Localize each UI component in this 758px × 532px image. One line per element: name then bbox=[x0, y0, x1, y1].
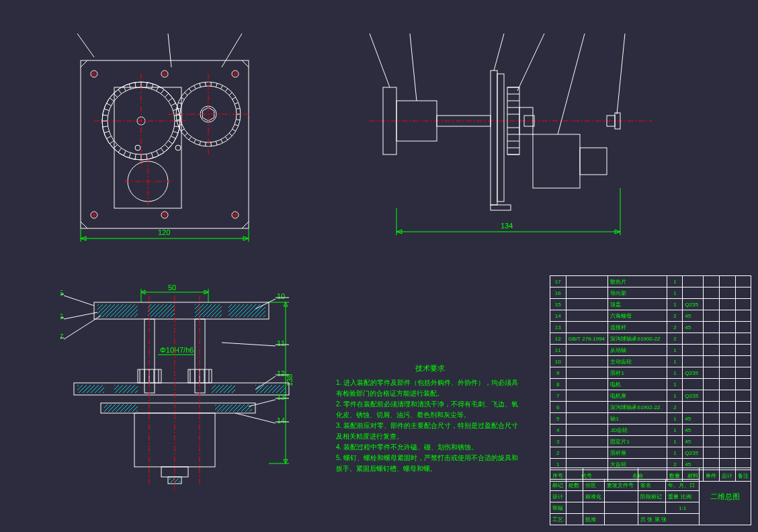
balloon-2: 2 bbox=[165, 34, 169, 35]
dim-134: 134 bbox=[501, 222, 513, 230]
bom-table: 17散热片116导向架115顶盖1Q23514六角螺母24513连接杆24512… bbox=[550, 275, 751, 482]
svg-rect-46 bbox=[104, 404, 138, 412]
svg-rect-22 bbox=[497, 74, 504, 202]
svg-rect-21 bbox=[491, 71, 497, 205]
svg-rect-40 bbox=[114, 385, 138, 393]
side-view: 134 4 5 6 7 8 9 bbox=[356, 34, 672, 255]
note-1: 1. 进入装配的零件及部件（包括外购件、外协件），均必须具有检验部门的合格证方能… bbox=[336, 378, 524, 399]
balloon-3: 3 bbox=[243, 34, 247, 35]
balloon-13: 13 bbox=[277, 393, 285, 401]
balloon-12: 12 bbox=[277, 369, 285, 378]
svg-rect-47 bbox=[215, 404, 252, 412]
svg-rect-41 bbox=[212, 385, 235, 393]
balloon-4: 4 bbox=[363, 34, 367, 35]
dim-50: 50 bbox=[168, 283, 176, 292]
svg-rect-26 bbox=[580, 148, 607, 175]
cad-drawing-canvas: 120 1 2 3 134 4 5 6 7 8 9 50 138 Φ10H7/h… bbox=[0, 0, 758, 532]
top-view: 120 1 2 3 bbox=[47, 34, 302, 255]
balloon-15: 15 bbox=[60, 289, 63, 297]
balloon-14: 14 bbox=[277, 416, 285, 425]
svg-rect-51 bbox=[169, 478, 180, 482]
note-5: 5. 螺钉、螺栓和螺母紧固时，严禁打击或使用不合适的旋具和扳手。紧固后螺钉槽、螺… bbox=[336, 453, 524, 474]
note-4: 4. 装配过程中零件不允许磕、碰、划伤和锈蚀。 bbox=[336, 442, 524, 453]
drawing-title: 二维总图 bbox=[700, 468, 751, 525]
svg-rect-30 bbox=[491, 205, 511, 210]
balloon-11: 11 bbox=[277, 339, 285, 347]
svg-rect-42 bbox=[255, 385, 286, 393]
note-3: 3. 装配前应对零、部件的主要配合尺寸，特别是过盈配合尺寸及相关精度进行复查。 bbox=[336, 420, 524, 442]
technical-notes: 技术要求 1. 进入装配的零件及部件（包括外购件、外协件），均必须具有检验部门的… bbox=[336, 363, 524, 474]
balloon-8: 8 bbox=[581, 34, 585, 35]
title-block: 二维总图 标记处数分区更改文件号签名年、月、日 设计标准化阶段标记重量 比例 审… bbox=[550, 468, 751, 525]
balloon-5: 5 bbox=[405, 34, 409, 35]
svg-rect-32 bbox=[97, 304, 138, 317]
svg-point-17 bbox=[175, 145, 181, 150]
dim-120: 120 bbox=[158, 228, 170, 236]
svg-rect-39 bbox=[77, 385, 104, 393]
note-2: 2. 零件在装配前必须清理和清洗干净，不得有毛刺、飞边、氧化皮、锈蚀、切屑、油污… bbox=[336, 399, 524, 420]
balloon-7: 7 bbox=[541, 34, 545, 35]
balloon-17: 17 bbox=[60, 332, 63, 341]
balloon-16: 16 bbox=[60, 312, 63, 320]
svg-rect-34 bbox=[195, 304, 222, 317]
notes-title: 技术要求 bbox=[336, 363, 524, 375]
section-view: 50 138 Φ10H7/h6 15 16 17 10 11 12 13 14 bbox=[60, 282, 302, 517]
balloon-10: 10 bbox=[277, 292, 285, 300]
svg-rect-25 bbox=[533, 134, 580, 188]
balloon-1: 1 bbox=[71, 34, 75, 35]
dim-phi10: Φ10H7/h6 bbox=[160, 346, 194, 354]
svg-rect-33 bbox=[148, 304, 175, 317]
balloon-9: 9 bbox=[622, 34, 626, 35]
balloon-6: 6 bbox=[501, 34, 505, 35]
svg-rect-35 bbox=[228, 304, 265, 317]
svg-point-16 bbox=[135, 145, 140, 150]
dim-138: 138 bbox=[286, 374, 294, 386]
